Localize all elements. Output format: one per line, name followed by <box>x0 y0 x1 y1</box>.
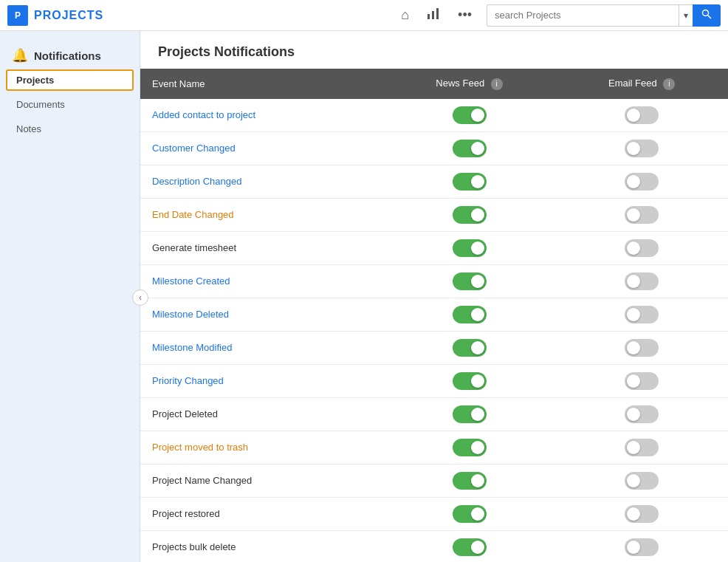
emailfeed-toggle[interactable] <box>625 339 659 357</box>
logo-icon: P <box>7 5 28 26</box>
table-row: Milestone Created <box>140 264 728 298</box>
search-submit-button[interactable] <box>693 4 721 27</box>
newsfeed-toggle-cell <box>383 165 556 198</box>
emailfeed-toggle-cell <box>555 364 728 397</box>
emailfeed-toggle[interactable] <box>625 140 659 157</box>
table-row: Priority Changed <box>140 364 728 397</box>
event-name-cell: Project restored <box>140 497 383 530</box>
event-name-cell: Projects bulk delete <box>140 530 383 562</box>
emailfeed-toggle-cell <box>555 165 728 198</box>
newsfeed-toggle[interactable] <box>453 106 487 124</box>
sidebar-section: 🔔 Notifications Projects Documents Notes <box>0 31 140 144</box>
logo-area: P PROJECTS <box>7 5 140 26</box>
newsfeed-toggle[interactable] <box>453 505 487 523</box>
emailfeed-toggle[interactable] <box>625 239 659 257</box>
chart-button[interactable] <box>421 4 446 27</box>
col-event-name: Event Name <box>140 69 383 99</box>
newsfeed-toggle-wrap <box>395 306 544 323</box>
emailfeed-toggle[interactable] <box>625 405 659 423</box>
notifications-label: Notifications <box>34 49 101 62</box>
newsfeed-toggle[interactable] <box>453 239 487 257</box>
search-dropdown-button[interactable]: ▾ <box>679 4 693 27</box>
sidebar-header: 🔔 Notifications <box>0 41 140 68</box>
emailfeed-toggle-cell <box>555 264 728 298</box>
emailfeed-toggle-wrap <box>567 439 716 456</box>
emailfeed-toggle-wrap <box>567 405 716 423</box>
notifications-table: Event Name News Feed i Email Feed i Adde… <box>140 69 728 562</box>
newsfeed-toggle[interactable] <box>453 173 487 191</box>
newsfeed-toggle-wrap <box>395 472 544 490</box>
nav-icons: ⌂ ••• <box>395 4 478 27</box>
event-name-cell: Added contact to project <box>140 99 383 132</box>
table-row: Customer Changed <box>140 131 728 165</box>
emailfeed-toggle-cell <box>555 397 728 431</box>
newsfeed-toggle[interactable] <box>453 472 487 490</box>
newsfeed-toggle-cell <box>383 99 556 132</box>
emailfeed-toggle-cell <box>555 231 728 264</box>
newsfeed-toggle-cell <box>383 464 556 497</box>
emailfeed-toggle[interactable] <box>625 439 659 456</box>
emailfeed-toggle-cell <box>555 530 728 562</box>
svg-rect-0 <box>427 14 430 19</box>
newsfeed-toggle-cell <box>383 198 556 231</box>
emailfeed-toggle-wrap <box>567 106 716 124</box>
search-input[interactable] <box>487 4 679 27</box>
emailfeed-toggle-cell <box>555 497 728 530</box>
newsfeed-toggle-cell <box>383 264 556 298</box>
newsfeed-toggle[interactable] <box>453 206 487 224</box>
emailfeed-toggle[interactable] <box>625 206 659 224</box>
emailfeed-toggle[interactable] <box>625 472 659 490</box>
emailfeed-toggle-wrap <box>567 505 716 523</box>
newsfeed-toggle-wrap <box>395 206 544 224</box>
emailfeed-toggle-wrap <box>567 206 716 224</box>
sidebar-collapse-button[interactable]: ‹ <box>132 289 148 306</box>
emailfeed-toggle[interactable] <box>625 505 659 523</box>
emailfeed-toggle-wrap <box>567 538 716 556</box>
more-options-button[interactable]: ••• <box>452 4 478 26</box>
newsfeed-toggle[interactable] <box>453 405 487 423</box>
emailfeed-toggle[interactable] <box>625 106 659 124</box>
emailfeed-toggle-wrap <box>567 306 716 323</box>
emailfeed-toggle[interactable] <box>625 538 659 556</box>
newsfeed-toggle[interactable] <box>453 140 487 157</box>
newsfeed-toggle-wrap <box>395 372 544 390</box>
newsfeed-toggle[interactable] <box>453 439 487 456</box>
table-header-row: Event Name News Feed i Email Feed i <box>140 69 728 99</box>
sidebar-item-documents[interactable]: Documents <box>0 92 140 117</box>
newsfeed-toggle-wrap <box>395 405 544 423</box>
newsfeed-toggle[interactable] <box>453 306 487 323</box>
newsfeed-toggle-wrap <box>395 273 544 290</box>
newsfeed-toggle-cell <box>383 497 556 530</box>
newsfeed-info-icon[interactable]: i <box>491 78 503 90</box>
emailfeed-toggle-cell <box>555 298 728 331</box>
emailfeed-toggle[interactable] <box>625 372 659 390</box>
newsfeed-toggle[interactable] <box>453 273 487 290</box>
sidebar: 🔔 Notifications Projects Documents Notes… <box>0 31 140 562</box>
event-name-cell: Project Deleted <box>140 397 383 431</box>
emailfeed-toggle[interactable] <box>625 173 659 191</box>
event-name-cell: Project Name Changed <box>140 464 383 497</box>
event-name-cell: Milestone Modified <box>140 331 383 364</box>
table-row: Project Name Changed <box>140 464 728 497</box>
emailfeed-info-icon[interactable]: i <box>663 78 675 90</box>
home-button[interactable]: ⌂ <box>395 4 415 26</box>
newsfeed-toggle-wrap <box>395 538 544 556</box>
event-name-cell: Generate timesheet <box>140 231 383 264</box>
event-name-cell: Priority Changed <box>140 364 383 397</box>
search-area: ▾ <box>487 4 721 27</box>
event-name-cell: Milestone Deleted <box>140 298 383 331</box>
sidebar-item-projects[interactable]: Projects <box>6 69 134 91</box>
newsfeed-toggle[interactable] <box>453 339 487 357</box>
emailfeed-toggle-wrap <box>567 372 716 390</box>
emailfeed-toggle[interactable] <box>625 273 659 290</box>
emailfeed-toggle-wrap <box>567 472 716 490</box>
emailfeed-toggle-wrap <box>567 140 716 157</box>
emailfeed-toggle-cell <box>555 331 728 364</box>
newsfeed-toggle[interactable] <box>453 538 487 556</box>
emailfeed-toggle[interactable] <box>625 306 659 323</box>
sidebar-item-notes[interactable]: Notes <box>0 117 140 141</box>
top-navigation: P PROJECTS ⌂ ••• ▾ <box>0 0 728 31</box>
newsfeed-toggle[interactable] <box>453 372 487 390</box>
table-row: Project moved to trash <box>140 431 728 464</box>
event-name-cell: End Date Changed <box>140 198 383 231</box>
